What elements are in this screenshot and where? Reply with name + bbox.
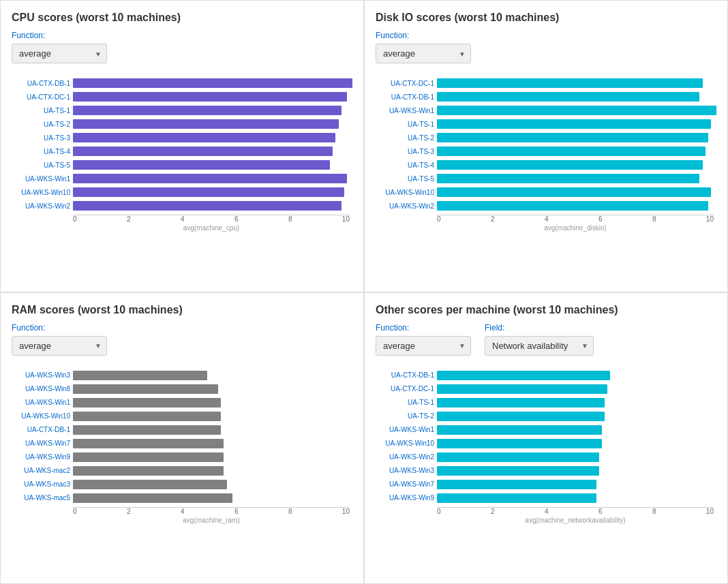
panel-ram: RAM scores (worst 10 machines)Function:a… xyxy=(0,292,364,585)
x-tick: 6 xyxy=(598,508,603,515)
x-tick: 0 xyxy=(437,215,441,223)
bar xyxy=(73,201,342,211)
bar-row: UA-TS-5 xyxy=(437,172,716,185)
panel-diskio: Disk IO scores (worst 10 machines)Functi… xyxy=(364,0,728,292)
bar xyxy=(437,412,605,421)
cpu-function-select[interactable]: average xyxy=(12,44,107,63)
diskio-x-ticks: 0246810 xyxy=(437,215,714,223)
bar xyxy=(437,133,708,142)
bar-row: UA-WKS-Win1 xyxy=(73,397,352,409)
bar-row: UA-TS-1 xyxy=(73,104,352,117)
bar-row: UA-TS-2 xyxy=(73,118,352,130)
bar-row: UA-WKS-Win9 xyxy=(73,451,352,463)
bar-row: UA-TS-2 xyxy=(437,410,716,422)
bar-row: UA-CTX-DC-1 xyxy=(437,77,716,89)
bar-label: UA-WKS-Win2 xyxy=(374,453,434,461)
x-tick: 2 xyxy=(491,215,495,223)
bar-row: UA-CTX-DB-1 xyxy=(73,77,352,89)
x-tick: 6 xyxy=(234,508,239,515)
bar-row: UA-TS-5 xyxy=(73,159,352,171)
other-function-select-wrapper[interactable]: average▼ xyxy=(376,336,471,356)
x-tick: 8 xyxy=(652,508,656,515)
bar-row: UA-WKS-Win1 xyxy=(73,172,352,185)
bar xyxy=(73,119,339,129)
ram-chart: UA-WKS-Win3UA-WKS-Win8UA-WKS-Win1UA-WKS-… xyxy=(12,369,352,577)
bar-row: UA-WKS-Win7 xyxy=(73,437,352,450)
bar xyxy=(437,147,706,156)
diskio-bar-chart: UA-CTX-DC-1UA-CTX-DB-1UA-WKS-Win1UA-TS-1… xyxy=(376,77,716,212)
bar-row: UA-WKS-Win8 xyxy=(73,383,352,395)
bar xyxy=(73,147,333,156)
bar-row: UA-CTX-DC-1 xyxy=(437,383,716,395)
other-function-select[interactable]: average xyxy=(376,336,471,356)
bar-row: UA-CTX-DC-1 xyxy=(73,91,352,103)
bar-row: UA-TS-3 xyxy=(437,145,716,157)
other-field-section: Field:Network availability▼ xyxy=(485,323,594,364)
other-field-label: Field: xyxy=(485,323,594,333)
bar-label: UA-CTX-DB-1 xyxy=(374,93,434,101)
bar-row: UA-WKS-mac2 xyxy=(73,465,352,477)
bar-label: UA-WKS-Win7 xyxy=(374,480,434,488)
bar-row: UA-WKS-Win2 xyxy=(437,451,716,463)
ram-function-select[interactable]: average xyxy=(12,336,107,356)
bar xyxy=(437,398,605,408)
bar-label: UA-TS-3 xyxy=(374,148,434,155)
bar-label: UA-CTX-DB-1 xyxy=(374,371,434,379)
x-tick: 8 xyxy=(288,508,292,515)
bar xyxy=(73,160,330,170)
x-tick: 0 xyxy=(73,215,77,223)
bar-label: UA-WKS-Win1 xyxy=(10,175,70,183)
other-title: Other scores per machine (worst 10 machi… xyxy=(376,304,716,316)
diskio-function-select-wrapper[interactable]: average▼ xyxy=(376,44,471,63)
other-axis-label: avg(machine_networkavailability) xyxy=(437,517,714,524)
ram-title: RAM scores (worst 10 machines) xyxy=(12,304,352,316)
bar-label: UA-WKS-Win3 xyxy=(374,467,434,474)
bar-row: UA-TS-2 xyxy=(437,132,716,144)
bar-label: UA-TS-2 xyxy=(10,121,70,128)
ram-controls: Function:average▼ xyxy=(12,323,352,364)
bar-row: UA-TS-1 xyxy=(437,397,716,409)
other-field-select[interactable]: Network availability xyxy=(485,336,594,356)
bar-row: UA-TS-1 xyxy=(437,118,716,130)
ram-function-select-wrapper[interactable]: average▼ xyxy=(12,336,107,356)
bar-row: UA-WKS-Win2 xyxy=(437,200,716,212)
bar xyxy=(73,133,335,142)
bar-label: UA-TS-5 xyxy=(374,175,434,183)
cpu-bar-chart: UA-CTX-DB-1UA-CTX-DC-1UA-TS-1UA-TS-2UA-T… xyxy=(12,77,352,212)
bar xyxy=(437,466,599,476)
bar-label: UA-CTX-DC-1 xyxy=(374,385,434,393)
diskio-chart: UA-CTX-DC-1UA-CTX-DB-1UA-WKS-Win1UA-TS-1… xyxy=(376,77,716,285)
bar-row: UA-CTX-DB-1 xyxy=(437,91,716,103)
bar xyxy=(437,174,699,183)
bar-label: UA-WKS-Win1 xyxy=(10,399,70,406)
x-tick: 2 xyxy=(491,508,495,515)
bar xyxy=(437,106,716,115)
bar xyxy=(437,452,599,462)
bar-label: UA-WKS-mac5 xyxy=(10,494,70,502)
diskio-function-label: Function: xyxy=(376,31,471,40)
bar xyxy=(73,466,224,476)
x-tick: 8 xyxy=(288,215,292,223)
bar xyxy=(73,480,227,489)
bar-label: UA-TS-2 xyxy=(374,412,434,420)
bar xyxy=(437,201,708,211)
panel-other: Other scores per machine (worst 10 machi… xyxy=(364,292,728,585)
bar-label: UA-WKS-Win3 xyxy=(10,371,70,379)
diskio-function-select[interactable]: average xyxy=(376,44,471,63)
bar-label: UA-TS-1 xyxy=(10,107,70,114)
other-field-select-wrapper[interactable]: Network availability▼ xyxy=(485,336,594,356)
x-tick: 10 xyxy=(706,215,714,223)
bar-label: UA-WKS-mac3 xyxy=(10,480,70,488)
ram-bar-chart: UA-WKS-Win3UA-WKS-Win8UA-WKS-Win1UA-WKS-… xyxy=(12,369,352,504)
x-tick: 6 xyxy=(234,215,239,223)
cpu-function-select-wrapper[interactable]: average▼ xyxy=(12,44,107,63)
x-tick: 2 xyxy=(127,508,131,515)
bar xyxy=(73,398,221,408)
bar-label: UA-WKS-Win10 xyxy=(374,440,434,447)
bar-row: UA-WKS-mac5 xyxy=(73,492,352,504)
bar-label: UA-WKS-Win10 xyxy=(10,412,70,420)
bar xyxy=(73,187,344,197)
other-function-section: Function:average▼ xyxy=(376,323,471,364)
other-chart: UA-CTX-DB-1UA-CTX-DC-1UA-TS-1UA-TS-2UA-W… xyxy=(376,369,716,577)
bar-row: UA-CTX-DB-1 xyxy=(73,424,352,436)
